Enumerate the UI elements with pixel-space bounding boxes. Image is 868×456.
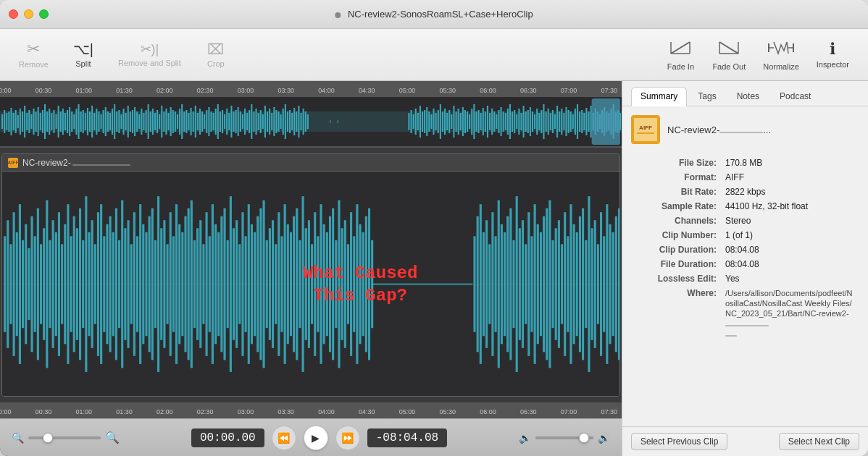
- svg-rect-130: [267, 111, 268, 132]
- svg-rect-88: [172, 110, 174, 133]
- remove-split-button[interactable]: ✂)| Remove and Split: [111, 38, 188, 72]
- svg-rect-349: [305, 228, 307, 340]
- select-next-clip-button[interactable]: Select Next Clip: [779, 433, 859, 450]
- file-header: AIFF NC-review2- ...: [631, 115, 859, 144]
- volume-slider[interactable]: [535, 436, 593, 439]
- svg-rect-112: [226, 109, 228, 135]
- svg-rect-113: [228, 113, 230, 130]
- svg-rect-104: [208, 107, 209, 136]
- svg-rect-76: [146, 110, 147, 133]
- file-info-table: File Size: 170.8 MB Format: AIFF Bit Rat…: [631, 156, 859, 341]
- clip-track[interactable]: AIFF NC-review2-: [0, 148, 622, 402]
- svg-rect-360: [338, 200, 340, 368]
- svg-rect-200: [518, 109, 519, 135]
- svg-rect-163: [435, 113, 437, 130]
- select-prev-clip-button[interactable]: Select Previous Clip: [631, 433, 727, 450]
- inspector-button[interactable]: ℹ Inspector: [809, 37, 856, 73]
- crop-icon: ⌧: [207, 42, 224, 56]
- minimize-button[interactable]: [24, 9, 33, 19]
- svg-rect-379: [491, 212, 493, 356]
- main-waveform[interactable]: What Caused This Gap?: [2, 172, 619, 396]
- clip-title: NC-review2-: [22, 158, 132, 168]
- svg-rect-310: [188, 208, 190, 360]
- svg-rect-146: [303, 109, 304, 135]
- svg-rect-274: [79, 208, 81, 360]
- rewind-button[interactable]: ⏪: [272, 426, 296, 450]
- svg-rect-257: [28, 248, 30, 320]
- remove-button[interactable]: ✂ Remove: [12, 37, 56, 73]
- svg-rect-381: [498, 200, 500, 368]
- clip-number-row: Clip Number: 1 (of 1): [631, 228, 859, 242]
- svg-rect-145: [301, 113, 302, 130]
- svg-rect-309: [184, 216, 186, 352]
- svg-rect-386: [512, 240, 514, 328]
- zoom-out-icon[interactable]: 🔍: [12, 432, 24, 444]
- maximize-button[interactable]: [39, 9, 49, 19]
- play-button[interactable]: ▶: [304, 426, 328, 450]
- zoom-control: 🔍 🔍: [12, 431, 120, 444]
- ruler-tick: 01:30: [116, 408, 133, 415]
- volume-slider-thumb[interactable]: [579, 433, 589, 443]
- svg-rect-416: [603, 236, 605, 332]
- fast-forward-button[interactable]: ⏩: [335, 426, 360, 450]
- normalize-icon: [768, 39, 794, 59]
- svg-rect-64: [118, 110, 120, 133]
- svg-rect-73: [138, 114, 140, 129]
- svg-rect-306: [175, 204, 178, 364]
- zoom-slider-thumb[interactable]: [43, 433, 53, 443]
- svg-rect-278: [91, 220, 93, 348]
- svg-rect-110: [222, 110, 223, 133]
- svg-rect-332: [254, 232, 256, 336]
- svg-rect-357: [329, 216, 331, 352]
- svg-rect-319: [214, 224, 217, 345]
- svg-rect-202: [523, 106, 525, 138]
- svg-rect-293: [136, 236, 138, 332]
- tab-podcast[interactable]: Podcast: [770, 87, 820, 106]
- duration-display: -08:04.08: [367, 428, 447, 447]
- svg-rect-147: [305, 111, 306, 132]
- svg-rect-378: [488, 244, 491, 324]
- svg-rect-40: [64, 113, 66, 130]
- ruler-marks-bottom: 00:00 00:30 01:00 01:30 02:00 02:30 03:0…: [0, 402, 622, 417]
- svg-rect-170: [451, 114, 452, 129]
- svg-rect-415: [600, 212, 602, 356]
- ruler-tick: 01:00: [76, 408, 93, 415]
- tab-tags[interactable]: Tags: [688, 87, 725, 106]
- svg-rect-208: [536, 109, 538, 135]
- overview-waveform[interactable]: // Generate waveform-like bars for overv…: [0, 97, 622, 148]
- zoom-slider[interactable]: [28, 436, 101, 439]
- fade-in-button[interactable]: Fade In: [659, 35, 702, 75]
- svg-rect-328: [241, 212, 243, 356]
- tab-summary[interactable]: Summary: [631, 87, 687, 106]
- svg-rect-152: [410, 110, 412, 133]
- dirty-indicator: [335, 12, 341, 18]
- zoom-in-icon[interactable]: 🔍: [105, 431, 120, 444]
- svg-rect-304: [170, 212, 172, 356]
- svg-rect-402: [561, 244, 563, 324]
- svg-rect-119: [242, 114, 243, 129]
- svg-rect-336: [266, 240, 268, 328]
- svg-rect-343: [287, 224, 289, 345]
- toolbar-effects: Fade In Fade Out: [659, 35, 856, 75]
- svg-rect-389: [522, 220, 524, 348]
- svg-rect-266: [55, 232, 57, 336]
- split-button[interactable]: ⌥| Split: [62, 38, 105, 72]
- svg-rect-352: [314, 212, 316, 356]
- svg-rect-160: [428, 111, 430, 132]
- fade-out-button[interactable]: Fade Out: [705, 35, 753, 75]
- close-button[interactable]: [9, 9, 18, 19]
- svg-rect-271: [70, 236, 72, 332]
- ruler-tick: 02:30: [197, 408, 214, 415]
- svg-rect-401: [558, 220, 560, 348]
- svg-rect-383: [504, 232, 506, 336]
- svg-rect-226: [577, 104, 578, 139]
- svg-rect-228: [581, 110, 583, 133]
- normalize-button[interactable]: Normalize: [756, 35, 806, 75]
- svg-rect-367: [359, 224, 361, 345]
- svg-rect-296: [145, 232, 147, 336]
- svg-rect-159: [426, 107, 427, 136]
- crop-button[interactable]: ⌧ Crop: [194, 38, 238, 72]
- ruler-tick: 00:30: [36, 408, 52, 415]
- svg-rect-300: [157, 196, 159, 372]
- tab-notes[interactable]: Notes: [727, 87, 769, 106]
